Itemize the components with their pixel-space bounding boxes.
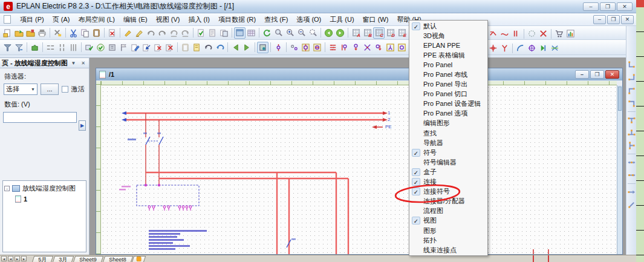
redo-list-icon[interactable]	[180, 27, 191, 39]
corner-up-left-icon[interactable]	[626, 97, 637, 109]
panel-menu-icon[interactable]: ▼	[70, 61, 78, 66]
menu-options[interactable]: 选项 (O)	[292, 14, 325, 25]
terminal-symbol-icon[interactable]	[273, 42, 284, 53]
cable-definition-icon[interactable]	[499, 28, 510, 39]
shield-connection-icon[interactable]	[510, 28, 522, 39]
delete-assignment-icon[interactable]	[152, 42, 164, 53]
rotate-icon[interactable]	[203, 42, 214, 53]
corner-up-right-icon[interactable]	[626, 85, 637, 96]
connection-branch-icon[interactable]	[373, 42, 385, 53]
refresh-icon[interactable]	[261, 27, 273, 39]
scale-e-icon[interactable]: E	[396, 27, 408, 39]
diagonal-connection-icon[interactable]	[626, 199, 637, 211]
print-icon[interactable]	[36, 27, 48, 39]
menu-item-pro-panel-device-logic[interactable]: Pro Panel 设备逻辑	[410, 99, 487, 109]
play-node-icon[interactable]	[538, 42, 549, 54]
menu-item-pro-panel-cutout[interactable]: Pro Panel 切口	[410, 90, 487, 99]
apply-filter-button[interactable]: ▶	[79, 120, 86, 131]
t-node-down-icon[interactable]	[626, 114, 637, 126]
menu-item-ppe-table-edit[interactable]: PPE 表格编辑	[410, 50, 487, 60]
device-check-icon[interactable]	[83, 42, 95, 53]
sheet-tab-2[interactable]: 3月	[52, 256, 74, 262]
next-icon[interactable]	[241, 42, 253, 53]
menu-page[interactable]: 页 (A)	[48, 14, 74, 25]
center-point-icon[interactable]	[526, 42, 538, 54]
sheet-nav-next-icon[interactable]: ▸	[15, 256, 20, 261]
assign-format-icon[interactable]	[134, 27, 145, 39]
symbol-pair-icon[interactable]	[288, 42, 300, 53]
sheet-tab-3[interactable]: Sheet9	[73, 256, 103, 262]
sheet-tab-4[interactable]: Sheet8	[102, 256, 132, 262]
sheet-tab-1[interactable]: 5月	[31, 256, 54, 262]
menu-project-data[interactable]: 项目数据 (R)	[214, 14, 260, 25]
connection-cross-icon[interactable]	[362, 42, 373, 53]
align-both-icon[interactable]	[68, 42, 79, 53]
delete-icon[interactable]	[106, 27, 118, 39]
menu-item-default[interactable]: ✓默认	[410, 21, 487, 31]
open-page-icon[interactable]	[25, 27, 36, 39]
activate-checkbox[interactable]	[62, 86, 68, 93]
filter-view-icon[interactable]	[2, 42, 13, 53]
menu-item-flowchart[interactable]: 流程图	[410, 206, 487, 216]
value-input[interactable]	[3, 112, 77, 123]
mdi-close-button[interactable]: ✕	[621, 15, 634, 24]
interruption-point-icon[interactable]	[487, 28, 499, 39]
menu-item-connections[interactable]: ✓连接	[410, 177, 487, 187]
close-button[interactable]: ✕	[617, 2, 633, 11]
new-macro-icon[interactable]	[191, 42, 203, 53]
corner-down-right-icon[interactable]	[626, 59, 637, 71]
redo-icon[interactable]	[157, 27, 168, 39]
symbol-boxed-icon[interactable]	[300, 42, 311, 53]
menu-item-pro-panel-options[interactable]: Pro Panel 选项	[410, 109, 487, 119]
properties-icon[interactable]	[52, 27, 63, 39]
menu-view[interactable]: 视图 (V)	[152, 14, 184, 25]
menu-item-3d-view[interactable]: 3D视角	[410, 31, 487, 41]
menu-tools[interactable]: 工具 (U)	[325, 14, 358, 25]
schematic-canvas[interactable]: 1 2 PE	[101, 85, 617, 254]
menu-item-edit-graphic[interactable]: 编辑图形	[410, 119, 487, 128]
zoom-out-icon[interactable]	[296, 27, 307, 39]
paste-disabled-icon[interactable]	[180, 42, 191, 53]
trim-tool-icon[interactable]	[549, 42, 561, 54]
symbol-boxed2-icon[interactable]	[311, 42, 323, 53]
delete-device-icon[interactable]	[164, 42, 175, 53]
open-project-icon[interactable]	[13, 27, 25, 39]
vertical-scrollbar[interactable]	[617, 85, 622, 254]
corner-down-left-icon[interactable]	[626, 72, 637, 84]
cut-icon[interactable]	[68, 27, 79, 39]
undo-blue-icon[interactable]	[214, 42, 226, 53]
device-navigator-icon[interactable]	[106, 42, 118, 53]
sheet-nav-last-icon[interactable]: ▸	[21, 256, 27, 261]
mdi-minimize-button[interactable]: –	[593, 15, 606, 24]
maximize-button[interactable]: ❐	[600, 2, 616, 11]
symbol-y-boxed-icon[interactable]	[385, 42, 396, 53]
menu-item-eplan-ppe[interactable]: EPLAN PPE	[410, 41, 487, 50]
align-horizontal-icon[interactable]	[45, 42, 56, 53]
device-box-icon[interactable]	[257, 42, 268, 53]
child-restore-button[interactable]: ❐	[590, 70, 604, 79]
connection-down-icon[interactable]	[350, 42, 362, 53]
page-forward-icon[interactable]	[334, 27, 346, 39]
menu-item-symbol-editor[interactable]: 符号编辑器	[410, 157, 487, 167]
scale-c-icon[interactable]: C	[373, 27, 385, 39]
schematic-window-titlebar[interactable]: /1 – ❐ ✕	[96, 68, 622, 80]
symbol-o-boxed-icon[interactable]	[396, 42, 408, 53]
delete-placeholder-icon[interactable]	[538, 28, 549, 39]
placeholder-object-icon[interactable]	[526, 28, 538, 39]
scale-d-icon[interactable]: D	[385, 27, 396, 39]
filter-edit-icon[interactable]	[13, 42, 25, 53]
page-properties-icon[interactable]	[195, 27, 207, 39]
insert-sheet-tab[interactable]	[131, 256, 146, 262]
menu-edit[interactable]: 编辑 (E)	[119, 14, 152, 25]
assign-arrow-icon[interactable]	[141, 42, 152, 53]
tree-root-node[interactable]: - 放线端湿度控制图	[4, 183, 85, 194]
menu-item-symbols[interactable]: ✓符号	[410, 148, 487, 157]
previous-icon[interactable]	[230, 42, 241, 53]
table-view-icon[interactable]	[246, 27, 257, 39]
arc-tool-icon[interactable]	[515, 42, 526, 54]
workbook-window-icon[interactable]	[234, 27, 246, 39]
scale-b-icon[interactable]: B	[362, 27, 373, 39]
minimize-button[interactable]: –	[583, 2, 599, 11]
junction-vertical-icon[interactable]	[626, 169, 637, 181]
menu-item-graphics[interactable]: 图形	[410, 226, 487, 235]
